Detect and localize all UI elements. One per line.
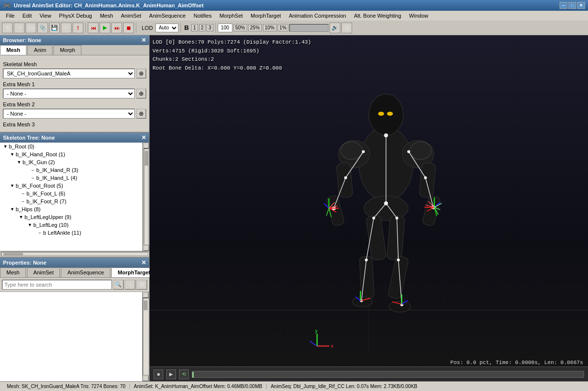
browser-tab-mesh[interactable]: Mesh (0, 45, 26, 55)
pct-50-btn[interactable]: 50% (233, 24, 247, 31)
props-tab-animsequence[interactable]: AnimSequence (61, 268, 110, 277)
skeletal-mesh-add-btn[interactable]: ⊕ (136, 69, 146, 78)
tree-item-bIKFootL[interactable]: – b_IK_Foot_L (6) (0, 190, 142, 197)
tree-toggle-bLeftLegUpper[interactable]: ▼ (18, 214, 25, 220)
menu-view[interactable]: View (36, 12, 55, 20)
menu-animset[interactable]: AnimSet (117, 12, 146, 20)
toolbar-btn-stop[interactable]: ⏹ (123, 23, 134, 33)
toolbar-grid-btn[interactable]: ⊞ (341, 23, 352, 33)
lod-slider[interactable] (289, 24, 329, 32)
tree-toggle-bLeftAnkle[interactable]: – (36, 229, 43, 236)
viewport-timeline-track[interactable] (192, 371, 584, 378)
search-star-btn[interactable]: ☆ (125, 280, 135, 290)
menu-window[interactable]: Window (405, 12, 432, 20)
properties-search-input[interactable] (2, 280, 112, 290)
props-tab-animset[interactable]: AnimSet (27, 268, 60, 277)
skeleton-vscroll-down[interactable]: ▼ (143, 245, 149, 251)
pct-1-btn[interactable]: 1% (278, 24, 288, 31)
menu-anim-compression[interactable]: Animation Compression (285, 12, 350, 20)
menu-notifies[interactable]: Notifies (190, 12, 216, 20)
skeleton-panel-close[interactable]: ✕ (141, 134, 146, 141)
maximize-button[interactable]: □ (568, 2, 576, 9)
tree-toggle-bIKFootL[interactable]: – (20, 190, 26, 197)
skeleton-hscroll-track[interactable] (1, 252, 148, 256)
toolbar-speaker-btn[interactable]: 🔊 (330, 23, 340, 33)
search-filter-btn[interactable]: ▦ (136, 280, 147, 290)
skeleton-vscroll-track[interactable] (144, 148, 149, 245)
toolbar-btn-play-prev[interactable]: ⏮ (88, 23, 99, 33)
menu-physx-debug[interactable]: PhysX Debug (55, 12, 96, 20)
tree-item-bIKHandRoot[interactable]: ▼ b_IK_Hand_Root (1) (0, 150, 142, 158)
pct-btn-1[interactable]: 1 (191, 24, 198, 31)
browser-panel-close[interactable]: ✕ (141, 37, 146, 44)
menu-alt-bone-weighting[interactable]: Alt. Bone Weighting (350, 12, 405, 20)
viewport[interactable]: x y LOD [0] Bones:70 Polys:7274 (Display… (150, 35, 588, 381)
tree-toggle-bHips[interactable]: ▼ (9, 206, 16, 213)
tree-toggle-bIKHandR[interactable]: – (29, 167, 36, 173)
tree-toggle-bIKGun[interactable]: ▼ (16, 159, 23, 166)
toolbar-btn-play-start[interactable]: ▶ (100, 23, 110, 33)
tree-item-bHips[interactable]: ▼ b_Hips (8) (0, 205, 142, 213)
minimize-button[interactable]: – (560, 2, 567, 9)
tree-toggle-bLeftLeg[interactable]: ▼ (26, 221, 33, 228)
pct-btn-2[interactable]: 2 (199, 24, 206, 31)
tree-item-bLeftLeg[interactable]: ▼ b_LeftLeg (10) (0, 221, 142, 229)
menu-morphtarget[interactable]: MorphTarget (247, 12, 285, 20)
properties-panel-close[interactable]: ✕ (141, 259, 146, 266)
tree-toggle-bIKHandL[interactable]: – (29, 174, 36, 181)
status-animset-info: AnimSet: K_AnimHuman_AimOffset Mem: 0.46… (130, 384, 267, 389)
menu-animsequence[interactable]: AnimSequence (145, 12, 190, 20)
properties-vscrollbar[interactable]: ▲ ▼ (142, 292, 149, 382)
menu-morphset[interactable]: MorphSet (215, 12, 247, 20)
skeleton-tree-vscrollbar[interactable]: ▲ ▼ (142, 143, 149, 251)
menu-file[interactable]: File (2, 12, 19, 20)
tl-btn-stop[interactable]: ■ (153, 369, 163, 379)
skeleton-hscrollbar[interactable] (0, 251, 149, 257)
toolbar-btn-5[interactable]: 💾 (49, 23, 60, 33)
tree-item-bLeftAnkle[interactable]: – b LeftAnkle (11) (0, 229, 142, 237)
toolbar-btn-play-next[interactable]: ⏭ (111, 23, 122, 33)
extra-mesh-1-add-btn[interactable]: ⊕ (136, 89, 146, 98)
props-vscroll-track[interactable] (143, 298, 149, 376)
skeleton-vscroll-up[interactable]: ▲ (143, 143, 149, 148)
tree-toggle-bIKFootR[interactable]: – (20, 198, 26, 205)
toolbar-btn-3[interactable]: Ab (26, 23, 36, 33)
toolbar-btn-4[interactable]: 📎 (37, 23, 48, 33)
tree-item-bIKFootR[interactable]: – b_IK_Foot_R (7) (0, 197, 142, 205)
skeleton-tree-scroll[interactable]: ▼ b_Root (0) ▼ b_IK_Hand_Root (1) ▼ b_IK… (0, 143, 142, 251)
tl-btn-play[interactable]: ▶ (166, 369, 176, 379)
tree-item-bIKGun[interactable]: ▼ b_IK_Gun (2) (0, 158, 142, 166)
close-button[interactable]: ✕ (577, 2, 585, 9)
menu-edit[interactable]: Edit (19, 12, 36, 20)
toolbar-btn-warning[interactable]: ! (73, 23, 83, 33)
skeletal-mesh-dropdown[interactable]: SK_CH_IronGuard_MaleA (3, 69, 135, 78)
tree-item-bIKHandR[interactable]: – b_IK_Hand_R (3) (0, 166, 142, 174)
tl-btn-loop[interactable]: ⟲ (179, 369, 189, 379)
toolbar-btn-6[interactable]: ↩ (61, 23, 72, 33)
tree-toggle-bIKHandRoot[interactable]: ▼ (9, 151, 16, 158)
tree-toggle-bIKFootRoot[interactable]: ▼ (9, 182, 16, 189)
search-magnifier-btn[interactable]: 🔍 (113, 280, 124, 290)
tree-item-bIKHandL[interactable]: – b_IK_Hand_L (4) (0, 174, 142, 182)
lod-dropdown[interactable]: Auto 0 1 (155, 24, 179, 32)
tree-toggle-broot[interactable]: ▼ (2, 143, 9, 150)
browser-tab-anim[interactable]: Anim (27, 45, 52, 55)
extra-mesh-1-dropdown[interactable]: - None - (3, 89, 135, 98)
browser-tab-morph[interactable]: Morph (53, 45, 81, 55)
props-tab-mesh[interactable]: Mesh (0, 268, 26, 277)
pct-value-input[interactable] (218, 24, 232, 32)
pct-25-btn[interactable]: 25% (248, 24, 262, 31)
props-vscroll-down[interactable]: ▼ (143, 375, 149, 381)
menu-bar: File Edit View PhysX Debug Mesh AnimSet … (0, 11, 588, 21)
tree-item-bLeftLegUpper[interactable]: ▼ b_LeftLegUpper (9) (0, 213, 142, 221)
tree-item-bIKFootRoot[interactable]: ▼ b_IK_Foot_Root (5) (0, 182, 142, 190)
props-vscroll-up[interactable]: ▲ (143, 292, 149, 298)
tree-item-broot[interactable]: ▼ b_Root (0) (0, 143, 142, 150)
extra-mesh-2-dropdown[interactable]: - None - (3, 109, 135, 119)
toolbar-btn-1[interactable]: ✱ (2, 23, 13, 33)
menu-mesh[interactable]: Mesh (96, 12, 117, 20)
pct-10-btn[interactable]: 10% (263, 24, 277, 31)
toolbar-btn-2[interactable]: ✕ (14, 23, 25, 33)
extra-mesh-2-add-btn[interactable]: ⊕ (136, 109, 146, 119)
pct-btn-3[interactable]: 3 (206, 24, 213, 31)
